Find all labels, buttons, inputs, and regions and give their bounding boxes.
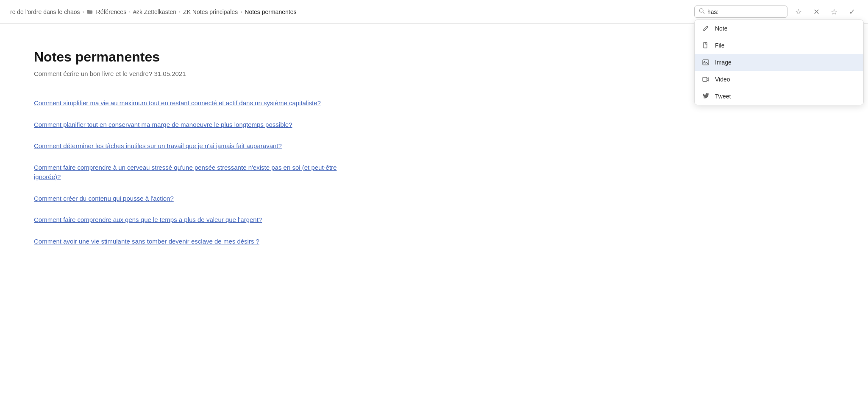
star2-button[interactable]: ☆ xyxy=(828,6,840,18)
folder-icon xyxy=(87,9,93,15)
note-link-3[interactable]: Comment déterminer les tâches inutiles s… xyxy=(34,135,348,157)
dropdown-item-note[interactable]: Note xyxy=(695,20,863,37)
top-icons: ☆ ✕ ☆ ✓ xyxy=(793,6,858,18)
breadcrumb-item-chaos[interactable]: re de l'ordre dans le chaos xyxy=(10,8,80,15)
dropdown-item-video[interactable]: Video xyxy=(695,71,863,88)
top-right-area: Note File xyxy=(694,6,858,18)
main-content: Notes permanentes Comment écrire un bon … xyxy=(0,24,381,278)
note-link-7[interactable]: Comment avoir une vie stimulante sans to… xyxy=(34,231,348,252)
breadcrumb-sep-4: › xyxy=(240,9,242,15)
dropdown-tweet-label: Tweet xyxy=(715,93,731,100)
image-icon xyxy=(701,58,710,67)
video-icon xyxy=(701,75,710,84)
note-link-5[interactable]: Comment créer du contenu qui pousse à l'… xyxy=(34,188,348,210)
search-icon xyxy=(699,8,705,15)
breadcrumb-sep-3: › xyxy=(179,9,181,15)
pencil-icon xyxy=(701,24,710,33)
note-link-1[interactable]: Comment simplifier ma vie au maximum tou… xyxy=(34,93,348,114)
dropdown-item-file[interactable]: File xyxy=(695,37,863,54)
search-container: Note File xyxy=(694,6,787,18)
page-subtitle: Comment écrire un bon livre et le vendre… xyxy=(34,70,348,77)
svg-rect-1 xyxy=(87,10,89,11)
star-button[interactable]: ☆ xyxy=(793,6,804,18)
svg-rect-4 xyxy=(704,42,707,48)
breadcrumb-sep-2: › xyxy=(129,9,131,15)
dropdown-file-label: File xyxy=(715,42,725,49)
close-button[interactable]: ✕ xyxy=(810,6,822,18)
note-link-4[interactable]: Comment faire comprendre à un cerveau st… xyxy=(34,157,348,188)
file-icon xyxy=(701,41,710,50)
svg-rect-0 xyxy=(87,10,92,14)
dropdown-video-label: Video xyxy=(715,76,730,83)
search-dropdown: Note File xyxy=(694,20,864,105)
top-bar: re de l'ordre dans le chaos › Références… xyxy=(0,0,868,24)
link-list: Comment simplifier ma vie au maximum tou… xyxy=(34,93,348,252)
dropdown-note-label: Note xyxy=(715,25,728,32)
twitter-icon xyxy=(701,92,710,101)
breadcrumb-sep-1: › xyxy=(83,9,84,15)
search-box[interactable] xyxy=(694,6,787,18)
breadcrumb-item-zk-notes[interactable]: ZK Notes principales xyxy=(183,8,238,15)
breadcrumb-item-permanentes[interactable]: Notes permanentes xyxy=(245,8,296,15)
breadcrumb-item-references[interactable]: Références xyxy=(96,8,127,15)
breadcrumb: re de l'ordre dans le chaos › Références… xyxy=(10,8,694,15)
check-button[interactable]: ✓ xyxy=(846,6,858,18)
note-link-2[interactable]: Comment planifier tout en conservant ma … xyxy=(34,114,348,136)
note-link-6[interactable]: Comment faire comprendre aux gens que le… xyxy=(34,209,348,231)
svg-rect-7 xyxy=(703,77,707,81)
breadcrumb-item-zettelkasten[interactable]: #zk Zettelkasten xyxy=(133,8,176,15)
svg-line-3 xyxy=(703,12,704,14)
dropdown-image-label: Image xyxy=(715,59,732,66)
dropdown-item-image[interactable]: Image xyxy=(695,54,863,71)
search-input[interactable] xyxy=(707,8,783,15)
dropdown-item-tweet[interactable]: Tweet xyxy=(695,88,863,105)
page-title: Notes permanentes xyxy=(34,49,348,65)
